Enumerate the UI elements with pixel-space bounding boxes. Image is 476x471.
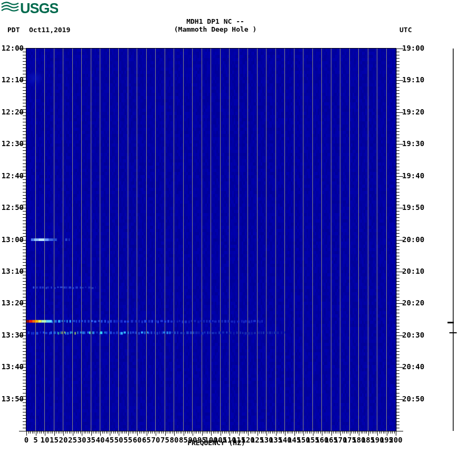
- timezone-left-label: PDT: [7, 26, 20, 34]
- usgs-wave-icon: [2, 3, 18, 11]
- spectrogram-canvas: [0, 0, 476, 471]
- date-label: Oct11,2019: [29, 26, 70, 34]
- x-axis-title: FREQUENCY (HZ): [216, 439, 274, 447]
- x-axis-title-text: FREQUENCY (HZ): [187, 439, 245, 447]
- chart-title-line2-text: (Mammoth Deep Hole ): [174, 25, 257, 33]
- usgs-logo: USGS: [1, 1, 58, 17]
- chart-title-line1-text: MDH1 DP1 NC --: [186, 17, 244, 25]
- spectrogram-page: USGS MDH1 DP1 NC -- (Mammoth Deep Hole )…: [0, 0, 476, 471]
- chart-title-line1: MDH1 DP1 NC --: [215, 17, 273, 25]
- usgs-logo-graphic: USGS: [1, 1, 58, 15]
- chart-title-line2: (Mammoth Deep Hole ): [215, 25, 298, 33]
- timezone-right-label: UTC: [399, 26, 412, 34]
- usgs-logo-text: USGS: [20, 1, 58, 15]
